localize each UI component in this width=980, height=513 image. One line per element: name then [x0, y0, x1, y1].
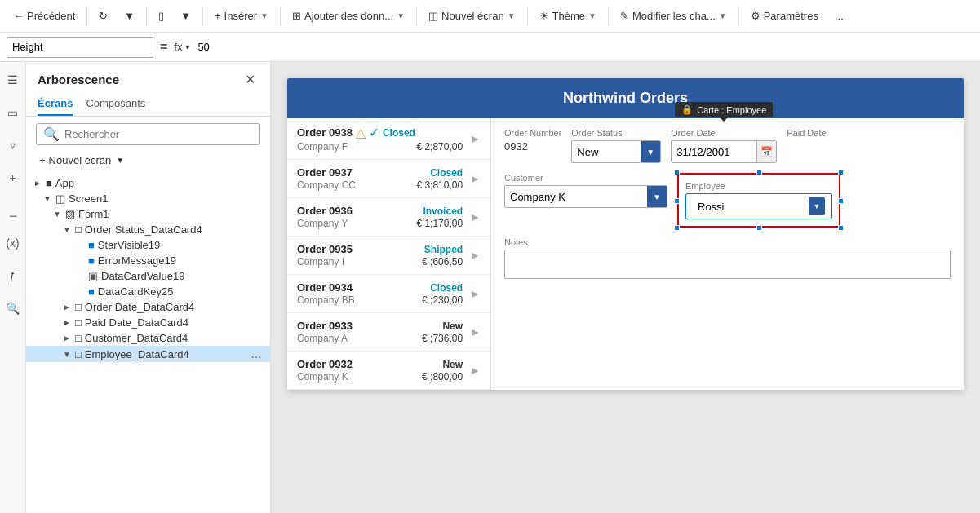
checkbox-icon-sv19: ■	[88, 239, 95, 251]
tree-search-input[interactable]	[64, 128, 253, 140]
formula-name-box[interactable]	[7, 37, 153, 58]
list-item-0938[interactable]: Order 0938 △ ✓ Closed Company F € 2;870,…	[287, 118, 490, 160]
order-date-calendar-icon[interactable]: 📅	[756, 141, 776, 162]
tab-screens[interactable]: Écrans	[38, 94, 73, 116]
insert-button[interactable]: + Insérer ▼	[208, 7, 275, 25]
customer-arrow[interactable]: ▼	[647, 186, 667, 207]
datacard-icon-cust: □	[75, 332, 82, 344]
order-date-input-wrap: 31/12/2001 📅	[671, 140, 777, 163]
divider2	[146, 7, 147, 26]
chevron-down-icon5: ▼	[508, 11, 516, 20]
tree-item-datacardvalue19[interactable]: ▣ DataCardValue19	[26, 268, 270, 284]
equals-sign: =	[160, 40, 167, 55]
employee-field: Employee Rossi ▼	[685, 181, 832, 219]
divider3	[202, 7, 203, 26]
tree-item-app[interactable]: ► ■ App	[26, 175, 270, 191]
sidebar-plus-icon[interactable]: +	[2, 166, 24, 189]
fx-button[interactable]: fx ▼	[174, 41, 191, 53]
tree-item-datacardkey25[interactable]: ■ DataCardKey25	[26, 284, 270, 299]
sidebar-layers-icon[interactable]: ▭	[2, 101, 24, 124]
undo-button[interactable]: ↻	[92, 7, 114, 25]
notes-label: Notes	[504, 237, 951, 247]
order-number-value: 0932	[504, 140, 561, 153]
tree-item-screen1[interactable]: ▼ ◫ Screen1	[26, 191, 270, 206]
tree-title: Arborescence	[38, 73, 119, 86]
chevron-down-icon3: ▼	[260, 11, 268, 20]
chevron-right-0937: ►	[469, 172, 481, 185]
sidebar-menu-icon[interactable]: ☰	[2, 69, 24, 91]
settings-button[interactable]: ⚙ Paramètres	[744, 7, 825, 25]
form-panel: Order Number 0932 Order Status New ▼ Ord…	[491, 118, 964, 390]
handle-ml	[674, 198, 680, 204]
back-button[interactable]: ← Précédent	[7, 7, 82, 25]
form-row-2: Customer Company K ▼ Employee	[504, 173, 951, 228]
tree-item-employee[interactable]: ▼ □ Employee_DataCard4 …	[26, 346, 270, 362]
list-item-0932[interactable]: Order 0932 New Company K € ;800,00 ►	[287, 352, 490, 390]
gear-icon: ⚙	[751, 10, 760, 22]
employee-arrow[interactable]: ▼	[809, 197, 825, 215]
tab-components[interactable]: Composants	[86, 94, 145, 116]
handle-tr	[838, 170, 844, 175]
employee-more-button[interactable]: …	[249, 347, 264, 360]
new-screen-button[interactable]: ◫ Nouvel écran ▼	[422, 7, 522, 25]
copy-dropdown-button[interactable]: ▼	[174, 7, 197, 25]
handle-tm	[756, 170, 762, 175]
sidebar-flow-icon[interactable]: ⎯	[2, 199, 24, 222]
order-date-label: Order Date	[671, 128, 777, 138]
formula-input[interactable]	[197, 37, 973, 58]
input-icon-dcv19: ▣	[88, 270, 98, 282]
tree-items: ► ■ App ▼ ◫ Screen1 ▼ ▨ Form1 ▼ □ Order …	[26, 175, 270, 513]
customer-select[interactable]: Company K ▼	[504, 185, 667, 208]
theme-button[interactable]: ☀ Thème ▼	[533, 7, 603, 25]
paid-date-field: Paid Date	[787, 128, 826, 163]
employee-select[interactable]: Rossi ▼	[693, 197, 825, 215]
order-status-select[interactable]: New ▼	[571, 140, 661, 163]
chevron-down-icon4: ▼	[397, 11, 405, 20]
chevron-right-icon-od: ►	[62, 303, 72, 312]
chevron-down-icon2: ▼	[180, 10, 191, 22]
tree-close-button[interactable]: ✕	[242, 70, 259, 89]
sidebar-data-icon[interactable]: ▿	[2, 134, 24, 157]
order-status-field: Order Status New ▼	[571, 128, 661, 163]
tree-item-form1[interactable]: ▼ ▨ Form1	[26, 206, 270, 222]
sidebar-variable-icon[interactable]: (x)	[2, 232, 24, 254]
notes-field: Notes	[504, 237, 951, 279]
chevron-down-icon-os: ▼	[62, 225, 72, 234]
employee-card-highlight: Employee Rossi ▼	[677, 173, 840, 228]
tree-item-order-status[interactable]: ▼ □ Order Status_DataCard4	[26, 222, 270, 237]
copy-button[interactable]: ▯	[152, 7, 171, 25]
list-item-0933[interactable]: Order 0933 New Company A € ;736,00 ►	[287, 313, 490, 352]
list-item-0934[interactable]: Order 0934 Closed Company BB € ;230,00 ►	[287, 275, 490, 313]
notes-input[interactable]	[504, 250, 951, 279]
app-content: Order 0938 △ ✓ Closed Company F € 2;870,…	[287, 118, 964, 390]
tree-item-orderdate[interactable]: ► □ Order Date_DataCard4	[26, 299, 270, 315]
tree-item-customer[interactable]: ► □ Customer_DataCard4	[26, 330, 270, 346]
add-data-button[interactable]: ⊞ Ajouter des donn... ▼	[286, 7, 411, 25]
main-layout: ☰ ▭ ▿ + ⎯ (x) ƒ 🔍 Arborescence ✕ Écrans …	[0, 62, 980, 513]
list-item-0937[interactable]: Order 0937 Closed Company CC € 3;810,00 …	[287, 160, 490, 198]
handle-mr	[838, 198, 844, 204]
tree-search-box: 🔍	[36, 123, 260, 145]
sidebar-formula-icon[interactable]: ƒ	[2, 264, 24, 287]
canvas-area: Northwind Orders Order 0938 △ ✓ Closed	[271, 62, 980, 513]
sidebar-search-icon[interactable]: 🔍	[2, 297, 24, 320]
modify-button[interactable]: ✎ Modifier les cha... ▼	[614, 7, 734, 25]
undo-dropdown-button[interactable]: ▼	[118, 7, 141, 25]
sidebar-icons: ☰ ▭ ▿ + ⎯ (x) ƒ 🔍	[0, 62, 26, 513]
order-status-arrow[interactable]: ▼	[641, 141, 660, 162]
tree-item-paiddate[interactable]: ► □ Paid Date_DataCard4	[26, 315, 270, 330]
divider4	[280, 7, 281, 26]
tree-item-starvisible19[interactable]: ■ StarVisible19	[26, 237, 270, 253]
new-screen-button-tree[interactable]: + Nouvel écran ▼	[36, 152, 260, 169]
more-button[interactable]: ...	[828, 7, 850, 25]
list-item-0936[interactable]: Order 0936 Invoiced Company Y € 1;170,00…	[287, 198, 490, 237]
checkmark-icon-0938: ✓	[369, 125, 379, 140]
chevron-right-0938: ►	[469, 132, 481, 145]
card-tooltip: 🔒 Carte : Employee	[675, 102, 773, 117]
tree-item-errormessage19[interactable]: ■ ErrorMessage19	[26, 253, 270, 268]
datacard-icon-os: □	[75, 223, 82, 236]
divider6	[527, 7, 528, 26]
list-item-0935[interactable]: Order 0935 Shipped Company I € ;606,50 ►	[287, 237, 490, 275]
form-row-3: Notes	[504, 237, 951, 279]
order-number-field: Order Number 0932	[504, 128, 561, 163]
